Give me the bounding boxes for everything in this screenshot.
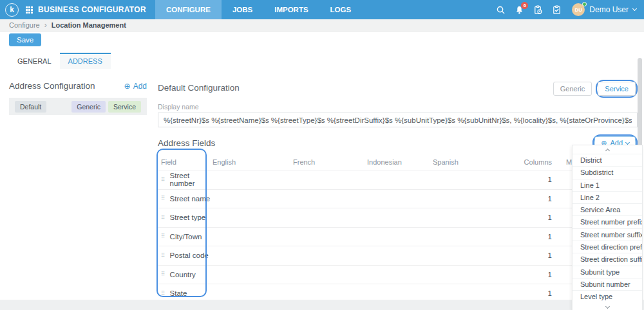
columns-value: 1	[509, 251, 552, 259]
nav-item-configure[interactable]: CONFIGURE	[155, 0, 222, 19]
navbar-right: 6 DU Demo User	[487, 3, 644, 16]
breadcrumb-current-page: Location Management	[52, 21, 126, 29]
table-row: ⠿Postal code 1	[158, 246, 638, 265]
app-logo-icon[interactable]: k	[5, 3, 19, 17]
field-name: Postal code	[170, 251, 209, 259]
menu-item-subunit-type[interactable]: Subunit type	[573, 266, 642, 278]
service-tag-badge: Service	[108, 101, 141, 113]
notifications-bell-icon[interactable]: 6	[515, 5, 524, 15]
field-name: Street number	[170, 172, 213, 187]
field-name: City/Town	[170, 233, 202, 241]
columns-value: 1	[509, 176, 552, 183]
app-grid-icon[interactable]	[26, 6, 33, 14]
online-status-dot	[582, 2, 587, 6]
address-fields-table: Field English French Indonesian Spanish …	[158, 154, 638, 304]
column-header-indonesian: Indonesian	[367, 158, 433, 166]
default-configuration-title: Default Configuration	[158, 80, 240, 93]
dropdown-scroll-down[interactable]	[573, 303, 642, 310]
top-navbar: k BUSINESS CONFIGURATOR CONFIGURE JOBS I…	[0, 0, 644, 19]
menu-item-street-direction-suffix[interactable]: Street direction suffix	[573, 253, 642, 265]
menu-item-street-number-suffix[interactable]: Street number suffix	[573, 228, 642, 241]
chevron-down-icon	[605, 304, 609, 309]
menu-item-level-type[interactable]: Level type	[573, 290, 642, 302]
drag-handle-icon[interactable]: ⠿	[161, 215, 166, 221]
chevron-down-icon	[625, 140, 630, 144]
add-configuration-button[interactable]: ⊕Add	[124, 82, 147, 91]
pending-tasks-icon[interactable]	[533, 5, 543, 15]
table-row: ⠿City/Town 1	[158, 227, 638, 246]
menu-item-street-direction-prefix[interactable]: Street direction prefix	[573, 241, 642, 253]
tab-address[interactable]: ADDRESS	[60, 53, 111, 69]
menu-item-subunit-number[interactable]: Subunit number	[573, 278, 642, 290]
table-row: ⠿Street type 1	[158, 208, 638, 227]
address-configuration-title: Address Configuration	[9, 81, 95, 91]
avatar-initials: DU	[575, 7, 583, 13]
generic-tag-badge: Generic	[71, 101, 106, 113]
app-title: BUSINESS CONFIGURATOR	[38, 5, 146, 14]
breadcrumb-configure[interactable]: Configure	[9, 21, 40, 29]
configuration-name-badge: Default	[15, 101, 46, 113]
drag-handle-icon[interactable]: ⠿	[161, 196, 166, 201]
search-icon[interactable]	[496, 5, 506, 15]
table-row: ⠿Street number 1	[158, 170, 638, 189]
menu-item-service-area[interactable]: Service Area	[573, 203, 642, 215]
column-header-field: Field	[158, 158, 213, 166]
user-name[interactable]: Demo User	[589, 5, 629, 14]
tab-general[interactable]: GENERAL	[9, 53, 60, 69]
display-name-label: Display name	[158, 103, 638, 111]
default-configuration-section: Default Configuration Generic Service Di…	[158, 80, 638, 304]
drag-handle-icon[interactable]: ⠿	[161, 233, 166, 239]
column-header-english: English	[213, 158, 293, 166]
field-name: State	[170, 289, 187, 297]
table-row: ⠿Street name 1	[158, 189, 638, 208]
completed-tasks-icon[interactable]	[552, 5, 562, 15]
notification-count-badge: 6	[521, 2, 528, 9]
columns-value: 1	[509, 289, 552, 297]
nav-item-logs[interactable]: LOGS	[319, 0, 363, 19]
nav-item-imports[interactable]: IMPORTS	[263, 0, 319, 19]
breadcrumb: Configure › Location Management	[0, 19, 644, 32]
column-header-spanish: Spanish	[433, 158, 509, 166]
display-name-input[interactable]	[158, 113, 638, 127]
menu-item-street-number-prefix[interactable]: Street number prefix	[573, 215, 642, 228]
columns-value: 1	[509, 214, 552, 221]
columns-value: 1	[509, 195, 552, 203]
service-button-annotation-ring: Service	[596, 80, 638, 98]
column-header-french: French	[293, 158, 367, 166]
drag-handle-icon[interactable]: ⠿	[161, 253, 166, 259]
field-name: Street name	[170, 195, 211, 203]
dropdown-scroll-up[interactable]	[573, 145, 642, 154]
menu-item-line-2[interactable]: Line 2	[573, 191, 642, 203]
page-footer-strip	[0, 300, 644, 310]
chevron-up-icon	[605, 148, 609, 152]
main-nav: CONFIGURE JOBS IMPORTS LOGS	[155, 0, 362, 19]
field-name: Street type	[170, 214, 206, 221]
mode-toggle-group: Generic Service	[553, 80, 638, 98]
columns-value: 1	[509, 271, 552, 278]
nav-item-jobs[interactable]: JOBS	[222, 0, 263, 19]
menu-item-subdistrict[interactable]: Subdistrict	[573, 166, 642, 178]
menu-item-district[interactable]: District	[573, 154, 642, 166]
menu-item-line-1[interactable]: Line 1	[573, 179, 642, 191]
address-fields-title: Address Fields	[158, 138, 215, 148]
generic-mode-button[interactable]: Generic	[553, 82, 592, 96]
service-mode-button[interactable]: Service	[598, 82, 636, 96]
address-configuration-panel: Address Configuration ⊕Add Default Gener…	[9, 81, 147, 115]
drag-handle-icon[interactable]: ⠿	[161, 177, 166, 183]
circle-plus-icon: ⊕	[124, 82, 131, 91]
column-header-columns: Columns	[509, 158, 552, 166]
columns-value: 1	[509, 233, 552, 241]
user-menu-chevron-down-icon[interactable]	[632, 6, 637, 11]
table-header-row: Field English French Indonesian Spanish …	[158, 154, 638, 170]
user-avatar[interactable]: DU	[572, 3, 585, 16]
tab-bar: GENERAL ADDRESS	[9, 53, 111, 69]
drag-handle-icon[interactable]: ⠿	[161, 291, 166, 296]
drag-handle-icon[interactable]: ⠿	[161, 271, 166, 277]
save-button[interactable]: Save	[9, 33, 41, 46]
configuration-list-item-default[interactable]: Default Generic Service	[9, 98, 147, 115]
breadcrumb-separator-icon: ›	[44, 21, 47, 30]
add-field-dropdown-menu: District Subdistrict Line 1 Line 2 Servi…	[572, 145, 643, 310]
table-row: ⠿Country 1	[158, 265, 638, 284]
field-name: Country	[170, 271, 196, 278]
